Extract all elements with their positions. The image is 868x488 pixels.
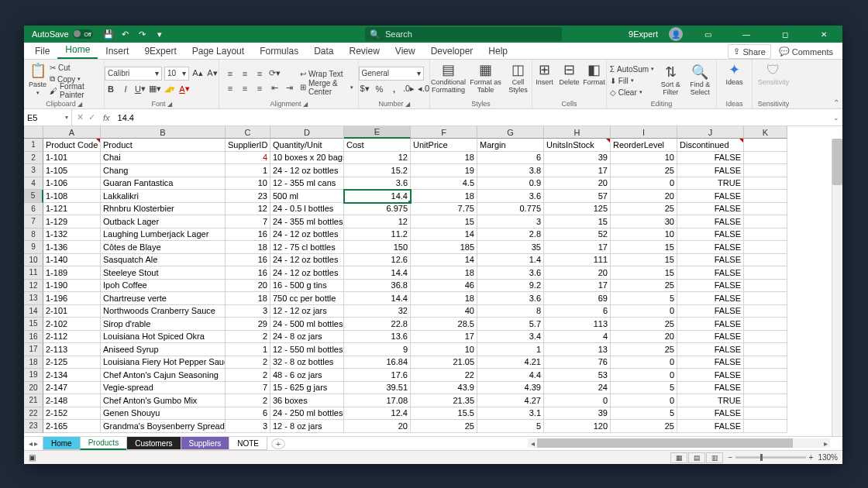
cell[interactable]: 0 — [611, 177, 677, 191]
cell[interactable] — [744, 177, 787, 191]
cell[interactable] — [744, 331, 787, 344]
cell[interactable]: 1.4 — [477, 254, 544, 267]
cell[interactable]: 57 — [544, 190, 611, 203]
cell[interactable]: 14.4 — [344, 190, 411, 203]
cell[interactable]: Chai — [101, 152, 226, 165]
cell[interactable]: 5 — [611, 382, 677, 395]
page-layout-view-icon[interactable]: ▤ — [688, 452, 705, 463]
cell[interactable]: 12 - 75 cl bottles — [270, 241, 344, 254]
number-format-select[interactable]: General▾ — [359, 67, 424, 81]
row-header[interactable]: 8 — [24, 229, 43, 242]
cell[interactable]: 2-102 — [43, 318, 101, 331]
tab-formulas[interactable]: Formulas — [252, 43, 306, 59]
cell[interactable]: Northwoods Cranberry Sauce — [101, 305, 226, 318]
row-header[interactable]: 6 — [24, 203, 43, 216]
align-right-icon[interactable]: ≡ — [253, 82, 266, 95]
sheet-tab-note[interactable]: NOTE — [229, 437, 267, 450]
cell[interactable]: Lakkalikri — [101, 190, 226, 203]
cell[interactable]: 21.35 — [411, 394, 477, 407]
column-header[interactable]: C — [226, 126, 270, 139]
cell[interactable]: 22.8 — [344, 318, 411, 331]
font-color-button[interactable]: A▾ — [178, 83, 191, 95]
cell[interactable]: 18 — [411, 266, 477, 280]
cell[interactable]: 1-129 — [43, 215, 101, 229]
cell[interactable]: 10 — [611, 229, 677, 242]
qat-customize-icon[interactable]: ▾ — [155, 29, 164, 39]
cell[interactable]: 111 — [544, 254, 611, 267]
inc-decimal-icon[interactable]: .0▸ — [403, 83, 415, 95]
cell[interactable] — [744, 215, 787, 229]
cell[interactable]: 1 — [226, 343, 270, 356]
cell[interactable]: 32 - 8 oz bottles — [270, 356, 344, 369]
align-middle-icon[interactable]: ≡ — [239, 67, 251, 80]
cell[interactable]: 25 — [411, 420, 477, 433]
vertical-scrollbar[interactable] — [832, 139, 842, 436]
cell[interactable]: 24 - 500 ml bottles — [270, 318, 344, 331]
cell[interactable]: Genen Shouyu — [101, 407, 226, 421]
align-bottom-icon[interactable]: ≡ — [253, 67, 266, 80]
border-button[interactable]: ▦▾ — [149, 83, 161, 95]
cell[interactable]: 32 — [344, 305, 411, 318]
grid[interactable]: ABCDEFGHIJK 1234567891011121314151617181… — [24, 126, 842, 436]
italic-button[interactable]: I — [119, 83, 132, 95]
cell[interactable]: 750 cc per bottle — [270, 292, 344, 305]
collapse-ribbon-icon[interactable]: ⌃ — [833, 98, 839, 107]
cell[interactable]: FALSE — [677, 343, 744, 356]
cell[interactable]: FALSE — [677, 266, 744, 280]
cell[interactable] — [744, 280, 787, 293]
cell[interactable]: 15 - 625 g jars — [270, 382, 344, 395]
cell[interactable]: 0.9 — [477, 177, 544, 191]
row-header[interactable]: 23 — [24, 420, 43, 433]
row-header[interactable]: 18 — [24, 356, 43, 369]
cell[interactable]: 10 — [611, 152, 677, 165]
cell[interactable]: 3.6 — [344, 177, 411, 191]
cell[interactable]: 1-101 — [43, 152, 101, 165]
column-header[interactable]: I — [611, 126, 677, 139]
tab-view[interactable]: View — [388, 43, 423, 59]
cell[interactable]: 9.2 — [477, 280, 544, 293]
font-name-select[interactable]: Calibri▾ — [105, 67, 162, 81]
cell[interactable]: 25 — [611, 203, 677, 216]
cell[interactable] — [744, 292, 787, 305]
cell[interactable]: 125 — [544, 203, 611, 216]
cell[interactable]: Côtes de Blaye — [101, 241, 226, 254]
macro-record-icon[interactable]: ▣ — [29, 453, 36, 462]
cell[interactable]: FALSE — [677, 305, 744, 318]
cell[interactable]: 18 — [226, 292, 270, 305]
cell[interactable]: 1-189 — [43, 266, 101, 280]
cell[interactable]: 4 — [226, 152, 270, 165]
ribbon-display-icon[interactable]: ▭ — [694, 26, 722, 43]
row-header[interactable]: 19 — [24, 369, 43, 382]
insert-cells-button[interactable]: ⊞Insert — [533, 62, 556, 99]
comments-button[interactable]: 💬Comments — [774, 44, 838, 59]
tab-home[interactable]: Home — [57, 42, 98, 59]
cell[interactable]: 25 — [611, 343, 677, 356]
cell[interactable]: 5 — [611, 292, 677, 305]
cell[interactable]: 0.775 — [477, 203, 544, 216]
tab-developer[interactable]: Developer — [423, 43, 481, 59]
maximize-icon[interactable]: ◻ — [771, 26, 799, 43]
cell[interactable]: 24 - 12 oz bottles — [270, 254, 344, 267]
cell[interactable]: 1-108 — [43, 190, 101, 203]
cell[interactable]: 12 - 355 ml cans — [270, 177, 344, 191]
column-header[interactable]: K — [744, 126, 787, 139]
fill-button[interactable]: ⬇Fill▾ — [610, 75, 654, 86]
column-header[interactable]: D — [270, 126, 344, 139]
avatar[interactable]: 👤 — [669, 27, 683, 41]
cell[interactable]: 8 — [477, 305, 544, 318]
column-label[interactable]: Discontinued — [677, 139, 744, 152]
cell[interactable]: 17 — [544, 241, 611, 254]
cell[interactable] — [744, 382, 787, 395]
cell[interactable]: 12.4 — [344, 407, 411, 421]
row-header[interactable]: 9 — [24, 241, 43, 254]
row-header[interactable]: 2 — [24, 152, 43, 165]
cell[interactable]: 2-101 — [43, 305, 101, 318]
cell[interactable]: 1-132 — [43, 229, 101, 242]
clear-button[interactable]: ◇Clear▾ — [610, 87, 654, 98]
cell[interactable]: FALSE — [677, 331, 744, 344]
cut-button[interactable]: ✂Cut — [50, 62, 99, 73]
cell[interactable]: 1-105 — [43, 164, 101, 177]
cell[interactable]: 0 — [611, 356, 677, 369]
cell[interactable]: 4.27 — [477, 394, 544, 407]
cell[interactable]: 1-140 — [43, 254, 101, 267]
